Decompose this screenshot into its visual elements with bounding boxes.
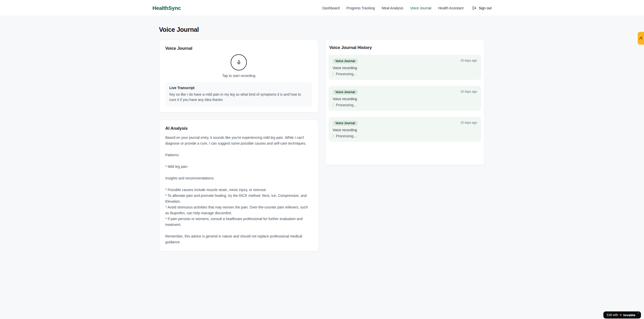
heart-icon: ♥ [620, 313, 622, 317]
tap-to-record-label: Tap to start recording [222, 74, 255, 78]
main-content: Voice Journal Voice Journal [159, 16, 485, 251]
voice-recorder-card: Voice Journal Tap to start recording [159, 40, 318, 113]
entry-description: Voice recording [333, 97, 477, 101]
extension-logo-icon [639, 36, 643, 40]
microphone-icon [236, 60, 241, 65]
app-header: HealthSync Dashboard Progress Tracking M… [0, 0, 644, 16]
voice-journal-history-panel: Voice Journal History Voice Journal 15 d… [325, 40, 485, 165]
history-list: Voice Journal 15 days ago Voice recordin… [329, 55, 481, 142]
entry-status: Processing... [333, 103, 477, 107]
live-transcript-box: Live Transcript hey so like I do have a … [165, 82, 312, 106]
nav-item-health-assistant[interactable]: Health Assistant [438, 6, 463, 10]
entry-type-badge: Voice Journal [333, 121, 358, 126]
history-entry[interactable]: Voice Journal 15 days ago Voice recordin… [329, 86, 481, 111]
browser-extension-tab[interactable] [638, 32, 644, 45]
entry-timestamp: 15 days ago [461, 90, 477, 93]
entry-description: Voice recording [333, 128, 477, 132]
nav-item-dashboard[interactable]: Dashboard [322, 6, 340, 10]
entry-timestamp: 15 days ago [461, 121, 477, 124]
record-button[interactable] [231, 54, 247, 70]
entry-description: Voice recording [333, 66, 477, 70]
entry-type-badge: Voice Journal [333, 90, 358, 95]
nav-item-voice-journal[interactable]: Voice Journal [410, 6, 431, 10]
left-column: Voice Journal Tap to start recording [159, 40, 318, 251]
entry-status: Processing... [333, 134, 477, 138]
history-entry[interactable]: Voice Journal 15 days ago Voice recordin… [329, 55, 481, 80]
entry-type-badge: Voice Journal [333, 59, 358, 64]
entry-timestamp: 15 days ago [461, 59, 477, 62]
sign-out-button[interactable]: Sign out [472, 6, 492, 10]
nav-item-meal-analysis[interactable]: Meal Analysis [382, 6, 404, 10]
entry-status: Processing... [333, 72, 477, 76]
live-transcript-text: hey so like I do have a mild pain in my … [169, 92, 308, 102]
history-entry[interactable]: Voice Journal 15 days ago Voice recordin… [329, 117, 481, 142]
history-panel-title: Voice Journal History [329, 45, 481, 50]
live-transcript-title: Live Transcript [169, 86, 308, 90]
page-title: Voice Journal [159, 26, 485, 33]
nav-item-progress-tracking[interactable]: Progress Tracking [346, 6, 375, 10]
main-nav: Dashboard Progress Tracking Meal Analysi… [322, 6, 492, 10]
sign-out-label: Sign out [479, 6, 492, 10]
brand-logo[interactable]: HealthSync [152, 5, 181, 11]
ai-analysis-title: AI Analysis [165, 126, 312, 131]
lovable-brand-label: lovable [623, 313, 635, 317]
close-icon[interactable]: × [638, 312, 639, 314]
edit-with-lovable-badge[interactable]: Edit with ♥ lovable × [603, 311, 641, 318]
lovable-badge-prefix: Edit with [607, 313, 618, 317]
recorder-card-title: Voice Journal [165, 46, 312, 51]
ai-analysis-card: AI Analysis Based on your journal entry,… [159, 120, 318, 251]
log-out-icon [472, 6, 476, 10]
ai-analysis-body: Based on your journal entry, it sounds l… [165, 135, 312, 245]
